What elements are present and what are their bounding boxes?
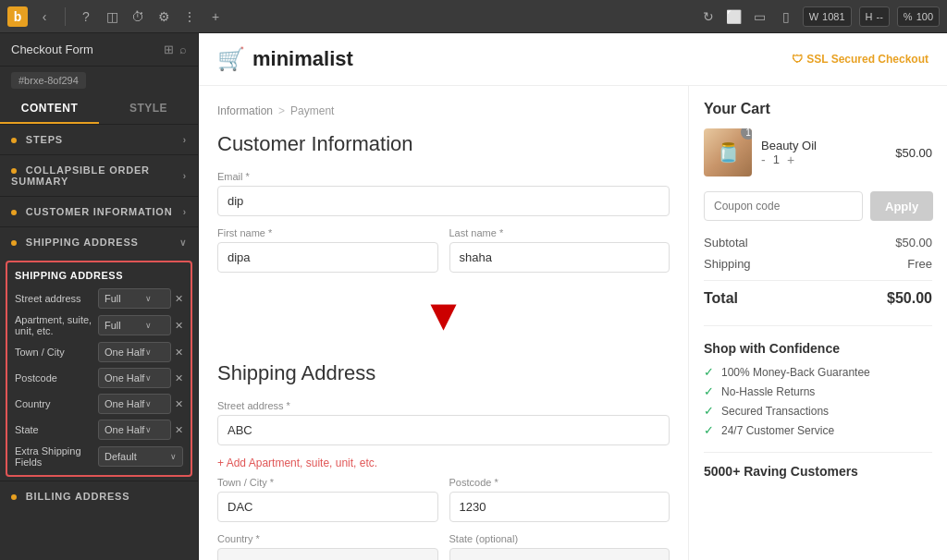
history-icon[interactable]: ⏱ [129,7,147,26]
settings-icon[interactable]: ⚙ [154,7,173,26]
breadcrumb-information[interactable]: Information [217,104,273,117]
state-remove[interactable]: ✕ [175,424,183,436]
qty-minus-btn[interactable]: - [761,152,766,167]
store-main: Information > Payment Customer Informati… [199,86,688,560]
shipping-row: Shipping Free [704,257,932,271]
last-name-input[interactable] [449,242,670,273]
postcode-group: Postcode * [449,477,670,522]
raving-section: 5000+ Raving Customers [704,452,932,479]
store-header: 🛒 minimalist 🛡 SSL Secured Checkout [199,33,947,86]
qty-plus-btn[interactable]: + [787,152,794,167]
cart-logo-icon: 🛒 [217,46,245,72]
confidence-text-1: No-Hassle Returns [721,385,815,398]
collapsible-label: COLLAPSIBLE ORDER SUMMARY [11,164,183,187]
first-name-input[interactable] [217,242,438,273]
store-preview: 🛒 minimalist 🛡 SSL Secured Checkout Info… [199,33,947,560]
add-icon[interactable]: + [206,7,225,26]
country-group: Country * [217,533,438,560]
country-remove[interactable]: ✕ [175,398,183,410]
town-label: Town / City [15,347,98,358]
cart-item-name: Beauty Oil [761,139,886,152]
cart-qty-controls: - 1 + [761,152,886,167]
width-field[interactable]: W 1081 [803,6,852,27]
street-select[interactable]: Full ∨ [98,288,171,309]
collapsible-section-header[interactable]: COLLAPSIBLE ORDER SUMMARY › [0,155,198,196]
layers-icon[interactable]: ◫ [103,7,121,26]
nav-back-icon[interactable]: ‹ [35,7,54,26]
help-icon[interactable]: ? [77,7,95,26]
collapsible-chevron: › [183,171,187,181]
shield-icon: 🛡 [792,53,803,66]
town-group: Town / City * [217,477,438,522]
price-divider [704,280,932,281]
town-input[interactable] [217,492,438,522]
shipping-box-title: SHIPPING ADDRESS [15,270,183,281]
logo-mini: mini [252,47,294,70]
toolbar-right: ↻ ⬜ ▭ ▯ W 1081 H -- % 100 [699,6,940,27]
state-value: One Half [105,424,144,435]
toolbar-separator [65,7,66,26]
state-label: State [15,424,98,435]
mobile-icon[interactable]: ▯ [777,7,795,26]
total-value: $50.00 [887,290,932,307]
state-select[interactable]: One Half ∨ [98,420,171,440]
app-logo: b [7,6,28,27]
check-icon-2: ✓ [704,404,714,418]
height-field[interactable]: H -- [859,6,890,27]
customer-info-header[interactable]: CUSTOMER INFORMATION › [0,197,198,226]
desktop-icon[interactable]: ⬜ [725,7,744,26]
steps-section-header[interactable]: STEPS › [0,125,198,154]
apartment-remove[interactable]: ✕ [175,320,183,332]
cart-title: Your Cart [704,101,932,117]
cart-item-image: 🫙 1 [704,128,752,177]
tab-style[interactable]: STYLE [99,94,198,124]
country-dropdown[interactable] [217,548,438,560]
field-row-state: State One Half ∨ ✕ [15,420,183,440]
extra-select[interactable]: Default ∨ [98,446,183,467]
subtotal-label: Subtotal [704,236,748,250]
email-label: Email * [217,171,670,182]
confidence-text-2: Secured Transactions [721,405,829,418]
postcode-chevron: ∨ [145,373,152,383]
sidebar-header: Checkout Form ⊞ ⌕ [0,33,198,67]
customer-info-form: Customer Information Email * First name … [217,132,670,284]
postcode-input[interactable] [449,492,670,522]
refresh-icon[interactable]: ↻ [699,7,718,26]
confidence-item-0: ✓ 100% Money-Back Guarantee [704,365,932,379]
arrow-container: ▼ [217,284,670,347]
town-remove[interactable]: ✕ [175,347,183,359]
element-id-badge: #brxe-8of294 [11,72,86,89]
shipping-label: Shipping [704,257,751,271]
tab-content[interactable]: CONTENT [0,94,99,124]
apartment-chevron: ∨ [145,321,152,330]
state-dropdown[interactable] [449,548,670,560]
scale-field[interactable]: % 100 [897,6,940,27]
shipping-section-header[interactable]: SHIPPING ADDRESS ∨ [0,227,198,257]
add-apartment-link[interactable]: + Add Apartment, suite, unit, etc. [217,457,670,469]
check-icon-3: ✓ [704,423,714,437]
street-input[interactable] [217,415,670,445]
coupon-input[interactable] [704,191,863,221]
qty-value: 1 [773,152,780,166]
street-remove[interactable]: ✕ [175,293,183,305]
sidebar-header-icons: ⊞ ⌕ [164,43,187,56]
grid-icon[interactable]: ⊞ [164,43,174,56]
country-select[interactable]: One Half ∨ [98,394,171,414]
more-icon[interactable]: ⋮ [180,7,199,26]
field-row-town: Town / City One Half ∨ ✕ [15,342,183,362]
tablet-icon[interactable]: ▭ [751,7,769,26]
field-row-country: Country One Half ∨ ✕ [15,394,183,414]
first-name-label: First name * [217,227,438,238]
street-group: Street address * [217,400,670,445]
email-input[interactable] [217,186,670,216]
search-icon[interactable]: ⌕ [179,43,187,56]
first-name-group: First name * [217,227,438,273]
apply-button[interactable]: Apply [870,191,933,221]
apartment-select[interactable]: Full ∨ [98,315,171,335]
customer-info-section: CUSTOMER INFORMATION › [0,197,198,227]
postcode-select[interactable]: One Half ∨ [98,368,171,388]
postcode-remove[interactable]: ✕ [175,372,183,384]
last-name-label: Last name * [449,227,670,238]
town-select[interactable]: One Half ∨ [98,342,171,362]
state-group: State (optional) [449,533,670,560]
